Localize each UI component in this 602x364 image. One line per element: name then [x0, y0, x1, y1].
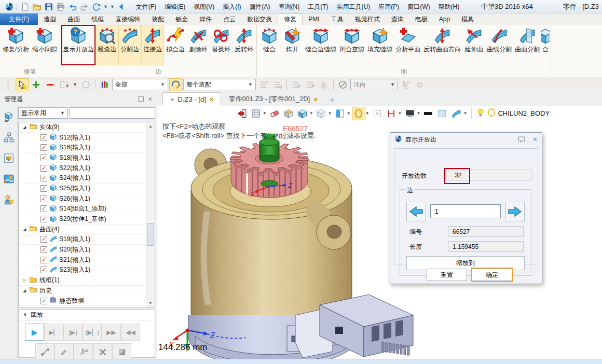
ribbon-tab[interactable]: 工具: [325, 13, 349, 25]
visibility-checkbox[interactable]: ✓: [40, 216, 47, 222]
expanded-icon[interactable]: ◢: [22, 227, 27, 232]
collapsed-icon[interactable]: ▷: [22, 278, 27, 283]
pick-add-icon[interactable]: [30, 78, 43, 91]
chevron-down-icon[interactable]: ▼: [398, 111, 402, 116]
menu-item[interactable]: 实用工具(U): [333, 0, 375, 13]
pick-lasso-icon[interactable]: [79, 78, 92, 91]
ribbon-button-sew-edge-gap[interactable]: 缝合边缝隙: [304, 25, 338, 65]
ribbon-button-split-edge[interactable]: 分割边: [118, 25, 141, 65]
menu-item[interactable]: 编辑(E): [160, 0, 189, 13]
tree-search-input[interactable]: [70, 107, 155, 119]
menu-item[interactable]: 插入(I): [218, 0, 245, 13]
tree-row[interactable]: ✓S23(输入1): [19, 265, 146, 276]
tab-file[interactable]: 文件(F): [0, 13, 38, 25]
list-pin-icon[interactable]: [271, 78, 284, 91]
chevron-down-icon[interactable]: ▼: [103, 4, 108, 9]
ribbon-tab[interactable]: 查询: [386, 13, 409, 25]
playback-stop-solid-button[interactable]: [112, 343, 131, 360]
collapse-left-button[interactable]: [116, 1, 128, 12]
ribbon-tab[interactable]: 线框: [86, 13, 110, 25]
ribbon-button-curve-split[interactable]: 曲线分割: [485, 25, 513, 65]
ribbon-button-sew[interactable]: 缝合: [258, 25, 281, 65]
save-file-button[interactable]: [43, 1, 54, 12]
cube-gold-icon[interactable]: [282, 107, 295, 120]
visibility-checkbox[interactable]: ✓: [40, 195, 47, 202]
visibility-checkbox[interactable]: ✓: [40, 144, 47, 151]
tree-row[interactable]: ✓S24(输入1): [19, 173, 146, 184]
ring-yellow-icon[interactable]: [487, 108, 496, 119]
scrollbar-thumb[interactable]: [147, 223, 154, 246]
playback-play-feature-group-button[interactable]: (▶): [63, 324, 83, 341]
visibility-checkbox[interactable]: ✓: [40, 165, 47, 172]
document-tab[interactable]: +D.Z3 - [d]×: [162, 92, 221, 106]
cursor-plain-icon[interactable]: [318, 78, 331, 91]
ribbon-tab[interactable]: 装配: [146, 13, 170, 25]
ribbon-tab[interactable]: 钣金: [170, 13, 194, 25]
section-h-icon[interactable]: [385, 107, 398, 120]
new-doc-button[interactable]: [19, 1, 31, 12]
redo-button[interactable]: [78, 1, 90, 12]
ribbon-tab[interactable]: 修复: [278, 13, 303, 25]
tree-row[interactable]: ✓S21(输入1): [19, 255, 146, 265]
ribbon-tab[interactable]: 数据交换: [241, 13, 278, 25]
user-manager-tab[interactable]: [2, 193, 16, 206]
regen-button[interactable]: [90, 1, 102, 12]
playback-run-to-feature-button[interactable]: [74, 343, 93, 360]
chevron-down-icon[interactable]: ▼: [417, 111, 421, 116]
menu-item[interactable]: 帮助(H): [434, 0, 464, 13]
panel-restore-icon[interactable]: [138, 96, 144, 102]
ribbon-tab[interactable]: 焊件: [194, 13, 217, 25]
reset-button[interactable]: 重置: [427, 269, 467, 281]
ribbon-button-explode[interactable]: 炸开: [281, 25, 304, 65]
document-tab[interactable]: 零件001.Z3 - [零件001_2D]×: [221, 92, 324, 106]
list-red-icon[interactable]: [304, 78, 317, 91]
ribbon-button-reverse-loop[interactable]: 反转环: [232, 25, 255, 65]
scroll-up-icon[interactable]: ▲: [148, 122, 153, 130]
playback-step-to-end-button[interactable]: ▶▏: [44, 324, 63, 341]
ribbon-button-replace-loop[interactable]: 替换环: [210, 25, 232, 65]
expanded-icon[interactable]: ◢: [22, 288, 27, 293]
tree-row[interactable]: ▷线框(1): [19, 275, 146, 286]
ring-gold-icon[interactable]: [352, 107, 365, 120]
tree-row[interactable]: ✓S18(输入1): [19, 153, 146, 163]
compass-icon[interactable]: [336, 78, 349, 91]
dialog-title-bar[interactable]: 显示开放边 ✕: [390, 133, 542, 146]
visibility-checkbox[interactable]: ✓: [40, 175, 47, 181]
print-button[interactable]: [54, 1, 66, 12]
playback-cancel-x-button[interactable]: [93, 343, 112, 360]
ribbon-button-repair-analyze[interactable]: 修复/分析: [1, 25, 31, 65]
tree-row[interactable]: ◢历史: [19, 286, 146, 296]
pick-marquee-icon[interactable]: [58, 78, 71, 91]
list-blue-icon[interactable]: [290, 78, 303, 91]
show-open-edges-dialog[interactable]: 显示开放边 ✕ 开放边数 32: [390, 132, 542, 284]
tree-row[interactable]: ✓S19(输入1): [19, 235, 146, 245]
cube-blue-icon[interactable]: [296, 107, 309, 120]
chevron-down-icon[interactable]: ▼: [73, 82, 77, 87]
edge-length-field[interactable]: 1.159455: [448, 241, 524, 252]
cursor-pick-icon[interactable]: [399, 78, 412, 91]
visibility-checkbox[interactable]: ✓: [40, 134, 47, 141]
tree-filter-dropdown[interactable]: 显示常用 ▼: [18, 107, 68, 119]
expanded-icon[interactable]: ◢: [22, 125, 27, 130]
menu-item[interactable]: 属性(A): [245, 0, 275, 13]
tree-row[interactable]: ✓S29(拉伸1_基体): [19, 214, 146, 225]
playback-edit-pencil-button[interactable]: [54, 343, 74, 360]
chevron-down-icon[interactable]: ▼: [328, 111, 332, 116]
black-bar-icon[interactable]: [421, 107, 435, 120]
ribbon-tab[interactable]: PMI: [303, 13, 325, 25]
menu-item[interactable]: 窗口(W): [403, 0, 434, 13]
menu-item[interactable]: 工具(T): [304, 0, 332, 13]
tree-scrollbar[interactable]: ▲ ▼: [146, 122, 155, 307]
exit-icon[interactable]: [235, 107, 249, 120]
select-cursor-icon[interactable]: [16, 78, 29, 91]
tree-row[interactable]: ✓S16(输入1): [19, 143, 146, 153]
visibility-checkbox[interactable]: ✓: [40, 155, 47, 161]
cursor-gear-icon[interactable]: [413, 78, 426, 91]
visual-manager-tab[interactable]: [2, 151, 16, 165]
open-file-button[interactable]: [31, 1, 43, 12]
menu-item[interactable]: 文件(F): [132, 0, 160, 13]
undo-button[interactable]: [66, 1, 78, 12]
comment-icon[interactable]: [518, 136, 525, 143]
tree-row[interactable]: ✓S20(输入1): [19, 245, 146, 255]
ribbon-button-extend-face[interactable]: 延伸面: [462, 25, 485, 65]
